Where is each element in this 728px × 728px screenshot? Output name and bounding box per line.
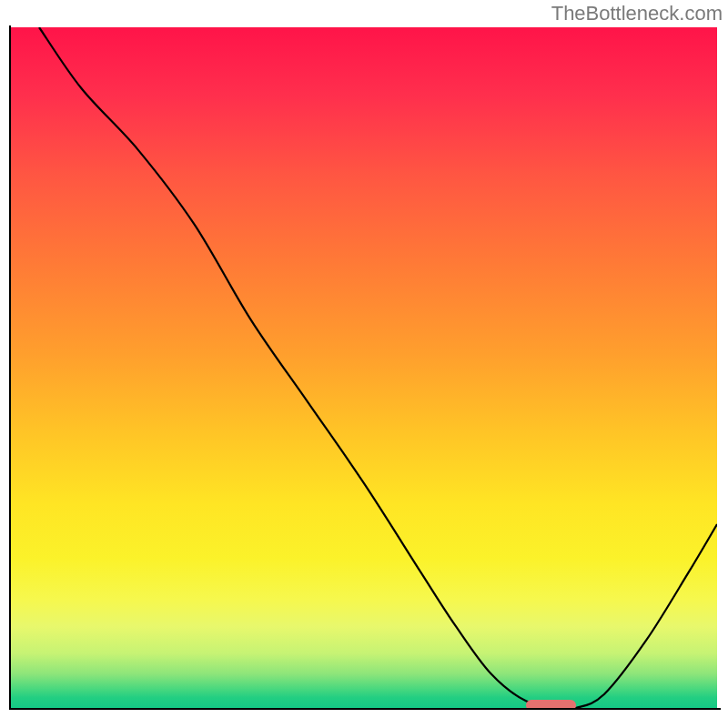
x-axis-line <box>9 708 721 710</box>
plot-area <box>9 27 719 726</box>
optimal-marker <box>526 700 575 708</box>
chart-stage: TheBottleneck.com <box>0 0 728 728</box>
bottleneck-curve <box>11 27 717 708</box>
watermark-text: TheBottleneck.com <box>551 2 723 25</box>
plot-inner <box>11 27 717 708</box>
y-axis-line <box>9 25 11 710</box>
